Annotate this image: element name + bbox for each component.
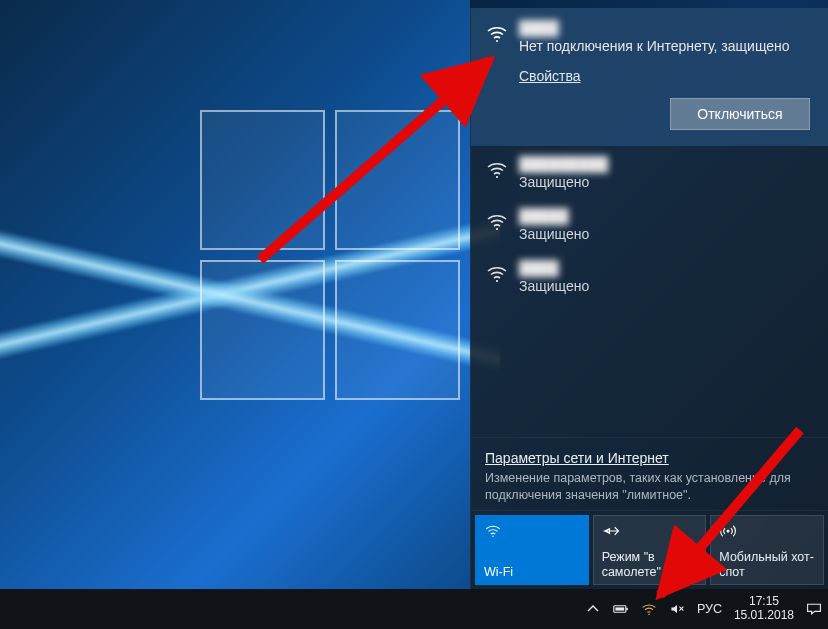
network-item[interactable]: █████ Защищено xyxy=(471,198,828,250)
network-name: █████ xyxy=(519,208,814,224)
svg-point-4 xyxy=(492,536,494,538)
tray-clock[interactable]: 17:15 15.01.2018 xyxy=(734,595,794,623)
disconnect-button[interactable]: Отключиться xyxy=(670,98,810,130)
tile-label: Wi-Fi xyxy=(484,565,580,580)
flyout-top-shadow xyxy=(470,0,828,8)
wifi-icon xyxy=(485,158,509,182)
wifi-tray-icon[interactable] xyxy=(641,589,657,629)
network-status: Защищено xyxy=(519,278,814,294)
network-name: █████████ xyxy=(519,156,814,172)
network-item[interactable]: █████████ Защищено xyxy=(471,146,828,198)
network-status: Защищено xyxy=(519,174,814,190)
volume-muted-icon[interactable] xyxy=(669,589,685,629)
svg-rect-8 xyxy=(615,607,624,610)
network-settings-link[interactable]: Параметры сети и Интернет xyxy=(485,450,669,466)
tray-overflow-icon[interactable] xyxy=(585,589,601,629)
network-status: Нет подключения к Интернету, защищено xyxy=(519,38,814,54)
tile-label: Режим "в самолете" xyxy=(602,550,698,580)
svg-point-9 xyxy=(648,613,650,615)
hotspot-icon xyxy=(719,522,815,540)
language-indicator[interactable]: РУС xyxy=(697,602,722,616)
network-name: ████ xyxy=(519,260,814,276)
quick-action-tiles: Wi-Fi Режим "в самолете" Мобильный хот-с… xyxy=(471,510,828,589)
network-flyout: ████ Нет подключения к Интернету, защище… xyxy=(470,8,828,589)
network-item[interactable]: ████ Защищено xyxy=(471,250,828,302)
tile-airplane-mode[interactable]: Режим "в самолете" xyxy=(593,515,707,585)
tile-mobile-hotspot[interactable]: Мобильный хот-спот xyxy=(710,515,824,585)
network-name: ████ xyxy=(519,20,814,36)
network-settings-section: Параметры сети и Интернет Изменение пара… xyxy=(471,437,828,510)
tile-label: Мобильный хот-спот xyxy=(719,550,815,580)
taskbar: РУС 17:15 15.01.2018 xyxy=(0,589,828,629)
tray-date: 15.01.2018 xyxy=(734,609,794,623)
wallpaper-window-panes xyxy=(200,110,460,400)
network-properties-link[interactable]: Свойства xyxy=(519,68,580,84)
svg-point-3 xyxy=(496,280,498,282)
svg-point-5 xyxy=(727,530,730,533)
wifi-icon xyxy=(485,22,509,46)
wifi-icon xyxy=(485,262,509,286)
network-settings-description: Изменение параметров, таких как установл… xyxy=(485,470,814,504)
tray-time: 17:15 xyxy=(734,595,794,609)
battery-icon[interactable] xyxy=(613,589,629,629)
svg-rect-7 xyxy=(626,608,628,610)
wifi-icon xyxy=(485,210,509,234)
action-center-icon[interactable] xyxy=(806,589,822,629)
system-tray: РУС 17:15 15.01.2018 xyxy=(585,589,822,629)
network-status: Защищено xyxy=(519,226,814,242)
svg-point-0 xyxy=(496,40,498,42)
network-item-current[interactable]: ████ Нет подключения к Интернету, защище… xyxy=(471,8,828,146)
svg-point-1 xyxy=(496,176,498,178)
tile-wifi[interactable]: Wi-Fi xyxy=(475,515,589,585)
wifi-icon xyxy=(484,522,580,540)
svg-point-2 xyxy=(496,228,498,230)
airplane-icon xyxy=(602,522,698,540)
